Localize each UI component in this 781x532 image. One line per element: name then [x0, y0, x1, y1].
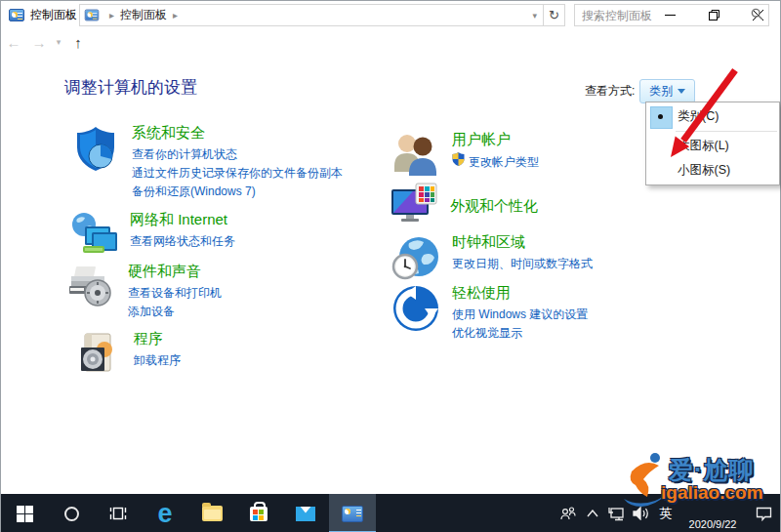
cortana-icon[interactable] [48, 494, 95, 532]
taskbar-control-panel-button[interactable] [329, 494, 376, 532]
category-title[interactable]: 时钟和区域 [452, 233, 593, 252]
watermark-brand: 爱·尬聊 [669, 454, 754, 486]
programs-icon[interactable] [73, 330, 122, 379]
category-link[interactable]: 更改帐户类型 [452, 152, 539, 172]
file-explorer-icon[interactable] [188, 494, 235, 532]
store-icon[interactable] [235, 494, 282, 532]
category-appearance: 外观和个性化 [390, 182, 538, 230]
category-network-internet: 网络和 Internet 查看网络状态和任务 [69, 211, 235, 260]
security-shield-icon[interactable] [71, 124, 120, 173]
navigation-bar: ← → ▾ ↑ [1, 28, 780, 56]
recent-pages-chevron-icon[interactable]: ▾ [52, 37, 65, 47]
menu-item-category[interactable]: 类别(C) [646, 104, 779, 129]
taskbar-date: 2020/9/22 [689, 518, 737, 530]
view-by-menu: 类别(C) 大图标(L) 小图标(S) [645, 102, 780, 185]
menu-item-small-icons[interactable]: 小图标(S) [646, 158, 779, 183]
uac-shield-icon [452, 152, 465, 172]
category-title[interactable]: 轻松使用 [452, 284, 588, 303]
view-by-label: 查看方式: [585, 83, 635, 100]
category-clock-region: 时钟和区域 更改日期、时间或数字格式 [391, 233, 593, 282]
category-ease-of-access: 轻松使用 使用 Windows 建议的设置 优化视觉显示 [391, 284, 588, 343]
people-icon[interactable] [555, 507, 580, 520]
start-icon[interactable] [1, 494, 48, 532]
search-input[interactable] [575, 9, 745, 22]
control-panel-window: 控制面板 ← → ▾ ↑ ▸ 控制面板 ▸ ▾ ↻ [0, 0, 781, 532]
category-user-accounts: 用户帐户 更改帐户类型 [391, 131, 539, 180]
category-link[interactable]: 使用 Windows 建议的设置 [452, 306, 588, 324]
ime-indicator[interactable]: 英 [653, 505, 678, 522]
clock-date[interactable]: 2020/9/22 [678, 494, 747, 532]
category-title[interactable]: 网络和 Internet [130, 211, 235, 229]
category-link[interactable]: 添加设备 [128, 303, 222, 321]
edge-icon[interactable]: e [142, 494, 188, 532]
category-link[interactable]: 查看设备和打印机 [128, 284, 222, 303]
category-system-security: 系统和安全 查看你的计算机状态 通过文件历史记录保存你的文件备份副本 备份和还原… [71, 124, 343, 201]
taskbar: e [1, 494, 780, 532]
radio-bullet-icon [646, 104, 678, 129]
ease-of-access-icon[interactable] [391, 284, 440, 333]
window-title: 控制面板 [30, 7, 77, 23]
category-link[interactable]: 查看你的计算机状态 [132, 145, 343, 164]
category-title[interactable]: 外观和个性化 [450, 197, 538, 216]
control-panel-icon [85, 10, 99, 21]
page-title: 调整计算机的设置 [64, 76, 197, 99]
system-tray: 英 2020/9/22 [555, 494, 780, 532]
category-link[interactable]: 通过文件历史记录保存你的文件备份副本 [132, 164, 343, 183]
category-title[interactable]: 用户帐户 [452, 131, 539, 149]
breadcrumb-separator-icon: ▸ [103, 10, 120, 20]
network-internet-icon[interactable] [69, 211, 118, 260]
up-icon[interactable]: ↑ [65, 34, 91, 51]
category-title[interactable]: 系统和安全 [132, 124, 343, 143]
search-box[interactable] [574, 4, 769, 26]
view-by-dropdown[interactable]: 类别 [639, 79, 695, 103]
forward-icon[interactable]: → [26, 34, 52, 51]
category-link[interactable]: 卸载程序 [134, 351, 181, 370]
breadcrumb-separator-icon[interactable]: ▸ [167, 10, 184, 20]
search-icon[interactable] [745, 7, 768, 24]
hardware-sound-icon[interactable] [67, 263, 116, 311]
tray-chevron-icon[interactable] [580, 510, 604, 517]
menu-separator [676, 131, 777, 132]
user-accounts-icon[interactable] [391, 131, 440, 180]
control-panel-icon [9, 9, 24, 21]
chevron-down-icon [678, 89, 685, 94]
control-panel-icon [342, 506, 363, 522]
menu-item-large-icons[interactable]: 大图标(L) [646, 134, 779, 158]
category-programs: 程序 卸载程序 [73, 330, 181, 379]
network-icon[interactable] [604, 507, 629, 521]
back-icon[interactable]: ← [1, 34, 26, 51]
category-link[interactable]: 更改日期、时间或数字格式 [452, 255, 593, 273]
category-link[interactable]: 优化视觉显示 [452, 324, 588, 343]
task-view-icon[interactable] [95, 494, 142, 532]
mail-icon[interactable] [282, 494, 329, 532]
category-link[interactable]: 备份和还原(Windows 7) [132, 183, 343, 201]
category-title[interactable]: 程序 [134, 330, 181, 348]
category-link[interactable]: 查看网络状态和任务 [130, 232, 235, 251]
refresh-icon[interactable]: ↻ [543, 5, 564, 25]
clock-region-icon[interactable] [391, 233, 440, 282]
address-bar[interactable]: ▸ 控制面板 ▸ ▾ ↻ [79, 4, 565, 26]
address-dropdown-icon[interactable]: ▾ [526, 11, 543, 20]
action-center-icon[interactable] [747, 507, 780, 521]
speaker-icon[interactable] [629, 507, 653, 520]
breadcrumb-control-panel[interactable]: 控制面板 [120, 7, 167, 23]
category-title[interactable]: 硬件和声音 [128, 263, 222, 281]
category-hardware-sound: 硬件和声音 查看设备和打印机 添加设备 [67, 263, 222, 321]
appearance-personalization-icon[interactable] [390, 182, 438, 230]
